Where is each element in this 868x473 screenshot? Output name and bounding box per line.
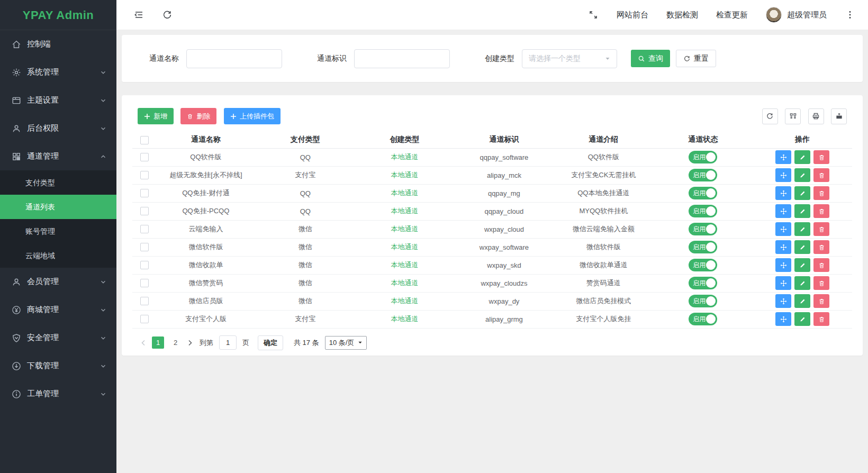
- sidebar-item-member-management[interactable]: 会员管理: [0, 268, 116, 296]
- sidebar-subitem-account-management[interactable]: 账号管理: [0, 219, 116, 243]
- create-type-link[interactable]: 本地通道: [391, 261, 419, 269]
- create-type-link[interactable]: 本地通道: [391, 207, 419, 215]
- status-toggle[interactable]: 启用: [689, 277, 717, 289]
- create-type-link[interactable]: 本地通道: [391, 297, 419, 305]
- collapse-sidebar-icon[interactable]: [133, 10, 144, 20]
- delete-button[interactable]: 删除: [180, 108, 216, 124]
- move-row-button[interactable]: [775, 294, 791, 308]
- sidebar-item-mall-management[interactable]: 商城管理: [0, 296, 116, 324]
- row-checkbox[interactable]: [140, 243, 149, 251]
- user-menu[interactable]: 超级管理员: [766, 7, 827, 23]
- status-toggle[interactable]: 启用: [689, 169, 717, 181]
- move-row-button[interactable]: [775, 276, 791, 290]
- move-row-button[interactable]: [775, 150, 791, 164]
- next-page-icon[interactable]: [184, 336, 196, 349]
- edit-row-button[interactable]: [794, 312, 810, 326]
- delete-row-button[interactable]: [813, 150, 829, 164]
- refresh-page-icon[interactable]: [162, 10, 173, 20]
- channel-code-input[interactable]: [354, 49, 450, 68]
- move-row-button[interactable]: [775, 240, 791, 254]
- edit-row-button[interactable]: [794, 204, 810, 218]
- row-checkbox[interactable]: [140, 279, 149, 287]
- page-number-1[interactable]: 1: [152, 336, 164, 349]
- create-type-link[interactable]: 本地通道: [391, 189, 419, 197]
- edit-row-button[interactable]: [794, 276, 810, 290]
- sidebar-item-admin-permissions[interactable]: 后台权限: [0, 114, 116, 142]
- edit-row-button[interactable]: [794, 150, 810, 164]
- page-size-select[interactable]: 10 条/页: [325, 336, 367, 350]
- row-checkbox[interactable]: [140, 225, 149, 233]
- status-toggle[interactable]: 启用: [689, 223, 717, 235]
- status-toggle[interactable]: 启用: [689, 241, 717, 253]
- row-checkbox[interactable]: [140, 261, 149, 269]
- delete-row-button[interactable]: [813, 276, 829, 290]
- sidebar-item-system-management[interactable]: 系统管理: [0, 58, 116, 86]
- channel-name-input[interactable]: [186, 49, 282, 68]
- move-row-button[interactable]: [775, 258, 791, 272]
- delete-row-button[interactable]: [813, 204, 829, 218]
- row-checkbox[interactable]: [140, 171, 149, 179]
- status-toggle[interactable]: 启用: [689, 205, 717, 217]
- status-toggle[interactable]: 启用: [689, 187, 717, 199]
- delete-row-button[interactable]: [813, 258, 829, 272]
- nav-data-check[interactable]: 数据检测: [666, 10, 698, 20]
- nav-check-update[interactable]: 检查更新: [716, 10, 748, 20]
- move-row-button[interactable]: [775, 186, 791, 200]
- create-type-link[interactable]: 本地通道: [391, 225, 419, 233]
- sidebar-item-theme-settings[interactable]: 主题设置: [0, 86, 116, 114]
- move-row-button[interactable]: [775, 312, 791, 326]
- create-type-select[interactable]: 请选择一个类型: [522, 49, 617, 68]
- select-all-checkbox[interactable]: [140, 136, 149, 144]
- status-toggle[interactable]: 启用: [689, 295, 717, 307]
- export-icon[interactable]: [831, 108, 847, 124]
- row-checkbox[interactable]: [140, 153, 149, 161]
- page-number-2[interactable]: 2: [169, 336, 182, 349]
- delete-row-button[interactable]: [813, 240, 829, 254]
- sidebar-item-download-management[interactable]: 下载管理: [0, 352, 116, 380]
- create-type-link[interactable]: 本地通道: [391, 315, 419, 323]
- sidebar-subitem-cloud-regions[interactable]: 云端地域: [0, 243, 116, 268]
- edit-row-button[interactable]: [794, 258, 810, 272]
- refresh-table-icon[interactable]: [762, 108, 778, 124]
- edit-row-button[interactable]: [794, 222, 810, 236]
- edit-row-button[interactable]: [794, 240, 810, 254]
- create-type-link[interactable]: 本地通道: [391, 153, 419, 161]
- row-checkbox[interactable]: [140, 207, 149, 215]
- row-checkbox[interactable]: [140, 315, 149, 323]
- prev-page-icon[interactable]: [138, 336, 149, 349]
- goto-confirm-button[interactable]: 确定: [258, 335, 283, 350]
- create-type-link[interactable]: 本地通道: [391, 279, 419, 287]
- move-row-button[interactable]: [775, 168, 791, 182]
- delete-row-button[interactable]: [813, 168, 829, 182]
- sidebar-subitem-payment-types[interactable]: 支付类型: [0, 170, 116, 195]
- sidebar-item-security-management[interactable]: 安全管理: [0, 324, 116, 352]
- upload-plugin-button[interactable]: 上传插件包: [224, 108, 281, 124]
- reset-button[interactable]: 重置: [676, 50, 716, 67]
- delete-row-button[interactable]: [813, 186, 829, 200]
- sidebar-item-ticket-management[interactable]: 工单管理: [0, 380, 116, 408]
- delete-row-button[interactable]: [813, 222, 829, 236]
- row-checkbox[interactable]: [140, 189, 149, 197]
- delete-row-button[interactable]: [813, 294, 829, 308]
- edit-row-button[interactable]: [794, 168, 810, 182]
- edit-row-button[interactable]: [794, 294, 810, 308]
- more-dots-icon[interactable]: [845, 10, 855, 20]
- add-button[interactable]: 新增: [138, 108, 174, 124]
- create-type-link[interactable]: 本地通道: [391, 171, 419, 179]
- goto-page-input[interactable]: [219, 335, 237, 350]
- status-toggle[interactable]: 启用: [689, 313, 717, 325]
- create-type-link[interactable]: 本地通道: [391, 243, 419, 251]
- row-checkbox[interactable]: [140, 297, 149, 305]
- fullscreen-icon[interactable]: [588, 10, 599, 20]
- sidebar-item-control-panel[interactable]: 控制端: [0, 30, 116, 58]
- sidebar-item-channel-management[interactable]: 通道管理: [0, 142, 116, 170]
- print-icon[interactable]: [808, 108, 824, 124]
- delete-row-button[interactable]: [813, 312, 829, 326]
- move-row-button[interactable]: [775, 222, 791, 236]
- edit-row-button[interactable]: [794, 186, 810, 200]
- status-toggle[interactable]: 启用: [689, 259, 717, 271]
- nav-site-front[interactable]: 网站前台: [617, 10, 648, 20]
- column-filter-icon[interactable]: [785, 108, 801, 124]
- sidebar-subitem-channel-list[interactable]: 通道列表: [0, 195, 116, 219]
- search-button[interactable]: 查询: [631, 50, 670, 67]
